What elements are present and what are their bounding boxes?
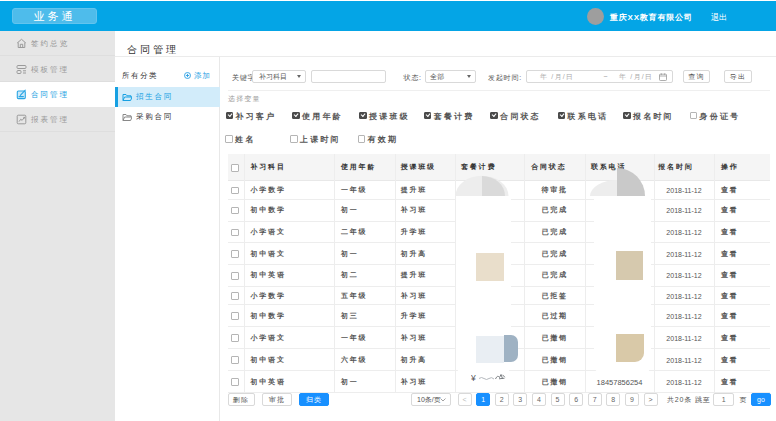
svg-text:¥: ¥ — [471, 373, 476, 383]
